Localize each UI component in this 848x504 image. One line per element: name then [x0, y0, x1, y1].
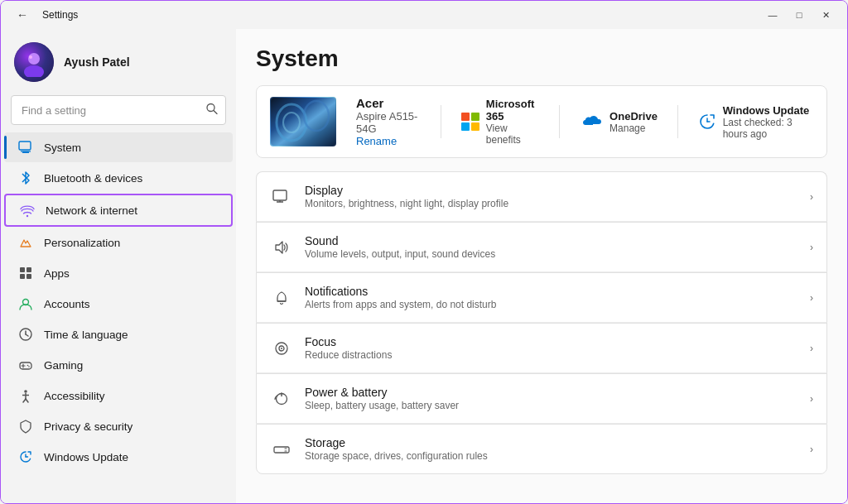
- windows-update-sub: Last checked: 3 hours ago: [723, 117, 813, 140]
- svg-point-1: [24, 65, 44, 77]
- sound-desc: Volume levels, output, input, sound devi…: [305, 248, 798, 260]
- focus-name: Focus: [305, 335, 798, 348]
- onedrive-link[interactable]: OneDrive Manage: [580, 110, 658, 134]
- sound-text: Sound Volume levels, output, input, soun…: [305, 234, 798, 260]
- sidebar-item-bluetooth[interactable]: Bluetooth & devices: [4, 163, 233, 193]
- svg-point-21: [28, 366, 30, 367]
- time-icon: [17, 326, 34, 343]
- body-area: Ayush Patel: [1, 29, 847, 503]
- maximize-button[interactable]: □: [788, 7, 811, 23]
- rename-link[interactable]: Rename: [356, 135, 421, 147]
- user-profile[interactable]: Ayush Patel: [1, 29, 236, 92]
- sidebar-item-label-system: System: [44, 142, 81, 154]
- divider-2: [559, 105, 560, 138]
- gaming-icon: [17, 357, 34, 373]
- settings-item-notifications[interactable]: Notifications Alerts from apps and syste…: [256, 272, 827, 323]
- titlebar: ← Settings — □ ✕: [1, 1, 847, 29]
- microsoft365-info: Microsoft 365 View benefits: [486, 98, 540, 146]
- sidebar-item-windows-update[interactable]: Windows Update: [4, 442, 233, 472]
- device-model: Aspire A515-54G: [356, 110, 421, 135]
- bluetooth-icon: [17, 170, 34, 186]
- search-input[interactable]: [11, 95, 226, 125]
- sidebar-item-label-bluetooth: Bluetooth & devices: [44, 172, 142, 185]
- svg-rect-10: [26, 267, 31, 272]
- divider-3: [677, 105, 678, 138]
- power-desc: Sleep, battery usage, battery saver: [305, 400, 798, 411]
- power-chevron: ›: [810, 393, 813, 405]
- svg-marker-38: [276, 242, 282, 253]
- svg-point-2: [29, 55, 32, 59]
- sidebar-item-label-privacy: Privacy & security: [44, 420, 132, 433]
- sound-chevron: ›: [810, 242, 813, 253]
- sidebar-item-label-accessibility: Accessibility: [44, 390, 105, 402]
- sidebar-item-label-accounts: Accounts: [44, 298, 90, 310]
- sidebar-item-time[interactable]: Time & language: [4, 319, 233, 349]
- username: Ayush Patel: [64, 55, 130, 69]
- settings-list: Display Monitors, brightness, night ligh…: [256, 171, 827, 474]
- notifications-name: Notifications: [305, 285, 798, 298]
- svg-line-16: [26, 334, 28, 336]
- settings-window: ← Settings — □ ✕: [0, 0, 848, 504]
- storage-text: Storage Storage space, drives, configura…: [305, 436, 798, 462]
- microsoft365-name: Microsoft 365: [486, 98, 540, 122]
- personalization-icon: [17, 234, 34, 251]
- windows-update-name: Windows Update: [723, 104, 813, 117]
- sidebar-item-privacy[interactable]: Privacy & security: [4, 411, 233, 441]
- page-title: System: [256, 46, 827, 72]
- power-text: Power & battery Sleep, battery usage, ba…: [305, 386, 798, 411]
- focus-icon: [270, 337, 293, 360]
- close-button[interactable]: ✕: [814, 7, 837, 23]
- sidebar-item-accounts[interactable]: Accounts: [4, 289, 233, 319]
- svg-rect-12: [26, 274, 31, 279]
- storage-desc: Storage space, drives, configuration rul…: [305, 450, 798, 462]
- storage-chevron: ›: [810, 444, 813, 455]
- sidebar-item-apps[interactable]: Apps: [4, 258, 233, 288]
- svg-point-20: [27, 365, 29, 367]
- svg-rect-9: [20, 267, 25, 272]
- settings-item-focus[interactable]: Focus Reduce distractions ›: [256, 323, 827, 373]
- windows-update-quick-icon: [698, 110, 716, 133]
- search-box: [11, 95, 226, 125]
- onedrive-icon: [580, 110, 603, 133]
- onedrive-name: OneDrive: [610, 110, 658, 122]
- microsoft365-link[interactable]: Microsoft 365 View benefits: [461, 98, 540, 146]
- network-icon: [19, 202, 36, 218]
- device-image: [270, 97, 336, 146]
- focus-chevron: ›: [810, 343, 813, 354]
- svg-line-26: [26, 399, 28, 402]
- microsoft365-sub: View benefits: [486, 122, 540, 146]
- sidebar-item-accessibility[interactable]: Accessibility: [4, 381, 233, 410]
- svg-line-4: [214, 111, 217, 114]
- display-icon: [270, 185, 293, 209]
- main-content: System: [236, 29, 847, 503]
- sidebar: Ayush Patel: [1, 29, 236, 503]
- sidebar-item-personalization[interactable]: Personalization: [4, 228, 233, 257]
- sidebar-item-label-apps: Apps: [44, 267, 70, 280]
- sidebar-item-network[interactable]: Network & internet ←: [4, 194, 233, 227]
- display-chevron: ›: [810, 191, 813, 203]
- settings-item-storage[interactable]: Storage Storage space, drives, configura…: [256, 424, 827, 474]
- settings-item-power[interactable]: Power & battery Sleep, battery usage, ba…: [256, 373, 827, 424]
- sidebar-item-system[interactable]: System: [4, 132, 233, 162]
- minimize-button[interactable]: —: [761, 7, 784, 23]
- svg-point-0: [28, 53, 40, 65]
- sidebar-item-gaming[interactable]: Gaming: [4, 350, 233, 380]
- power-name: Power & battery: [305, 386, 798, 399]
- svg-rect-35: [273, 190, 287, 200]
- sidebar-item-label-personalization: Personalization: [44, 237, 120, 249]
- storage-icon: [270, 438, 293, 461]
- svg-rect-45: [274, 447, 289, 453]
- display-text: Display Monitors, brightness, night ligh…: [305, 184, 798, 209]
- apps-icon: [17, 265, 34, 281]
- device-card: Acer Aspire A515-54G Rename Microsoft 36…: [256, 85, 827, 158]
- settings-item-sound[interactable]: Sound Volume levels, output, input, soun…: [256, 222, 827, 272]
- svg-point-42: [281, 348, 282, 349]
- storage-name: Storage: [305, 436, 798, 449]
- divider-1: [441, 105, 441, 138]
- windows-update-link[interactable]: Windows Update Last checked: 3 hours ago: [698, 104, 813, 140]
- settings-item-display[interactable]: Display Monitors, brightness, night ligh…: [256, 171, 827, 222]
- back-button[interactable]: ←: [11, 7, 34, 23]
- avatar: [14, 42, 54, 82]
- windows-update-icon: [17, 449, 34, 465]
- titlebar-left: ← Settings: [11, 7, 78, 23]
